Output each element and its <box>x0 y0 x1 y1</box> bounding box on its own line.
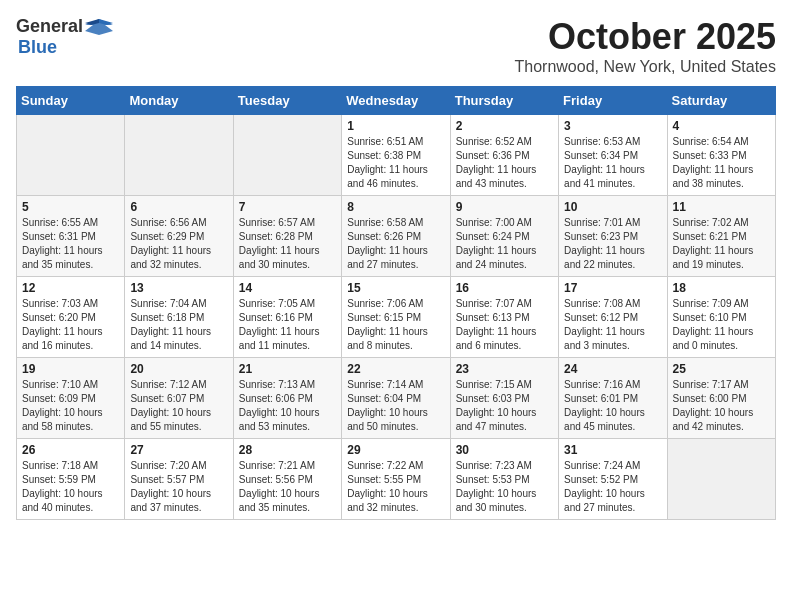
day-number: 29 <box>347 443 444 457</box>
calendar-cell <box>17 115 125 196</box>
days-header-row: SundayMondayTuesdayWednesdayThursdayFrid… <box>17 87 776 115</box>
week-row-5: 26Sunrise: 7:18 AM Sunset: 5:59 PM Dayli… <box>17 439 776 520</box>
calendar-cell: 5Sunrise: 6:55 AM Sunset: 6:31 PM Daylig… <box>17 196 125 277</box>
week-row-1: 1Sunrise: 6:51 AM Sunset: 6:38 PM Daylig… <box>17 115 776 196</box>
day-number: 2 <box>456 119 553 133</box>
day-number: 5 <box>22 200 119 214</box>
calendar-cell: 9Sunrise: 7:00 AM Sunset: 6:24 PM Daylig… <box>450 196 558 277</box>
day-info: Sunrise: 7:03 AM Sunset: 6:20 PM Dayligh… <box>22 297 119 353</box>
calendar-cell <box>233 115 341 196</box>
day-number: 18 <box>673 281 770 295</box>
day-number: 16 <box>456 281 553 295</box>
day-number: 6 <box>130 200 227 214</box>
calendar-cell: 15Sunrise: 7:06 AM Sunset: 6:15 PM Dayli… <box>342 277 450 358</box>
week-row-4: 19Sunrise: 7:10 AM Sunset: 6:09 PM Dayli… <box>17 358 776 439</box>
calendar-cell: 13Sunrise: 7:04 AM Sunset: 6:18 PM Dayli… <box>125 277 233 358</box>
day-info: Sunrise: 7:09 AM Sunset: 6:10 PM Dayligh… <box>673 297 770 353</box>
calendar-cell: 19Sunrise: 7:10 AM Sunset: 6:09 PM Dayli… <box>17 358 125 439</box>
calendar-cell: 30Sunrise: 7:23 AM Sunset: 5:53 PM Dayli… <box>450 439 558 520</box>
calendar-cell: 12Sunrise: 7:03 AM Sunset: 6:20 PM Dayli… <box>17 277 125 358</box>
day-number: 14 <box>239 281 336 295</box>
calendar-cell: 23Sunrise: 7:15 AM Sunset: 6:03 PM Dayli… <box>450 358 558 439</box>
logo-bird-icon <box>85 17 113 37</box>
calendar-cell: 26Sunrise: 7:18 AM Sunset: 5:59 PM Dayli… <box>17 439 125 520</box>
day-header-friday: Friday <box>559 87 667 115</box>
day-header-monday: Monday <box>125 87 233 115</box>
calendar-cell: 25Sunrise: 7:17 AM Sunset: 6:00 PM Dayli… <box>667 358 775 439</box>
day-number: 30 <box>456 443 553 457</box>
calendar-cell: 28Sunrise: 7:21 AM Sunset: 5:56 PM Dayli… <box>233 439 341 520</box>
logo-blue-text: Blue <box>18 37 57 58</box>
calendar-cell <box>667 439 775 520</box>
day-info: Sunrise: 7:01 AM Sunset: 6:23 PM Dayligh… <box>564 216 661 272</box>
calendar-cell: 16Sunrise: 7:07 AM Sunset: 6:13 PM Dayli… <box>450 277 558 358</box>
day-number: 11 <box>673 200 770 214</box>
day-number: 21 <box>239 362 336 376</box>
calendar-table: SundayMondayTuesdayWednesdayThursdayFrid… <box>16 86 776 520</box>
day-info: Sunrise: 6:52 AM Sunset: 6:36 PM Dayligh… <box>456 135 553 191</box>
title-section: October 2025 Thornwood, New York, United… <box>515 16 776 76</box>
day-number: 22 <box>347 362 444 376</box>
day-number: 12 <box>22 281 119 295</box>
day-info: Sunrise: 6:53 AM Sunset: 6:34 PM Dayligh… <box>564 135 661 191</box>
calendar-cell: 8Sunrise: 6:58 AM Sunset: 6:26 PM Daylig… <box>342 196 450 277</box>
day-number: 25 <box>673 362 770 376</box>
calendar-cell: 1Sunrise: 6:51 AM Sunset: 6:38 PM Daylig… <box>342 115 450 196</box>
day-number: 1 <box>347 119 444 133</box>
day-info: Sunrise: 7:02 AM Sunset: 6:21 PM Dayligh… <box>673 216 770 272</box>
calendar-cell: 4Sunrise: 6:54 AM Sunset: 6:33 PM Daylig… <box>667 115 775 196</box>
day-info: Sunrise: 7:08 AM Sunset: 6:12 PM Dayligh… <box>564 297 661 353</box>
calendar-cell: 22Sunrise: 7:14 AM Sunset: 6:04 PM Dayli… <box>342 358 450 439</box>
calendar-cell: 6Sunrise: 6:56 AM Sunset: 6:29 PM Daylig… <box>125 196 233 277</box>
calendar-cell <box>125 115 233 196</box>
calendar-cell: 2Sunrise: 6:52 AM Sunset: 6:36 PM Daylig… <box>450 115 558 196</box>
day-info: Sunrise: 6:51 AM Sunset: 6:38 PM Dayligh… <box>347 135 444 191</box>
day-number: 28 <box>239 443 336 457</box>
day-number: 23 <box>456 362 553 376</box>
calendar-cell: 31Sunrise: 7:24 AM Sunset: 5:52 PM Dayli… <box>559 439 667 520</box>
calendar-cell: 18Sunrise: 7:09 AM Sunset: 6:10 PM Dayli… <box>667 277 775 358</box>
logo-general-text: General <box>16 16 83 37</box>
day-info: Sunrise: 7:18 AM Sunset: 5:59 PM Dayligh… <box>22 459 119 515</box>
day-number: 31 <box>564 443 661 457</box>
calendar-cell: 3Sunrise: 6:53 AM Sunset: 6:34 PM Daylig… <box>559 115 667 196</box>
day-info: Sunrise: 6:55 AM Sunset: 6:31 PM Dayligh… <box>22 216 119 272</box>
day-number: 15 <box>347 281 444 295</box>
day-number: 4 <box>673 119 770 133</box>
day-number: 24 <box>564 362 661 376</box>
day-header-sunday: Sunday <box>17 87 125 115</box>
day-number: 13 <box>130 281 227 295</box>
header: General Blue October 2025 Thornwood, New… <box>16 16 776 76</box>
day-info: Sunrise: 7:13 AM Sunset: 6:06 PM Dayligh… <box>239 378 336 434</box>
calendar-cell: 7Sunrise: 6:57 AM Sunset: 6:28 PM Daylig… <box>233 196 341 277</box>
day-number: 3 <box>564 119 661 133</box>
day-info: Sunrise: 7:22 AM Sunset: 5:55 PM Dayligh… <box>347 459 444 515</box>
calendar-cell: 27Sunrise: 7:20 AM Sunset: 5:57 PM Dayli… <box>125 439 233 520</box>
day-info: Sunrise: 7:14 AM Sunset: 6:04 PM Dayligh… <box>347 378 444 434</box>
day-info: Sunrise: 7:10 AM Sunset: 6:09 PM Dayligh… <box>22 378 119 434</box>
calendar-cell: 24Sunrise: 7:16 AM Sunset: 6:01 PM Dayli… <box>559 358 667 439</box>
day-info: Sunrise: 7:23 AM Sunset: 5:53 PM Dayligh… <box>456 459 553 515</box>
day-number: 10 <box>564 200 661 214</box>
day-info: Sunrise: 6:54 AM Sunset: 6:33 PM Dayligh… <box>673 135 770 191</box>
day-number: 19 <box>22 362 119 376</box>
day-info: Sunrise: 6:58 AM Sunset: 6:26 PM Dayligh… <box>347 216 444 272</box>
day-info: Sunrise: 6:56 AM Sunset: 6:29 PM Dayligh… <box>130 216 227 272</box>
calendar-cell: 14Sunrise: 7:05 AM Sunset: 6:16 PM Dayli… <box>233 277 341 358</box>
week-row-3: 12Sunrise: 7:03 AM Sunset: 6:20 PM Dayli… <box>17 277 776 358</box>
calendar-cell: 21Sunrise: 7:13 AM Sunset: 6:06 PM Dayli… <box>233 358 341 439</box>
day-info: Sunrise: 7:05 AM Sunset: 6:16 PM Dayligh… <box>239 297 336 353</box>
day-info: Sunrise: 7:20 AM Sunset: 5:57 PM Dayligh… <box>130 459 227 515</box>
day-header-saturday: Saturday <box>667 87 775 115</box>
calendar-cell: 10Sunrise: 7:01 AM Sunset: 6:23 PM Dayli… <box>559 196 667 277</box>
day-number: 9 <box>456 200 553 214</box>
day-header-thursday: Thursday <box>450 87 558 115</box>
day-number: 8 <box>347 200 444 214</box>
day-header-tuesday: Tuesday <box>233 87 341 115</box>
calendar-cell: 29Sunrise: 7:22 AM Sunset: 5:55 PM Dayli… <box>342 439 450 520</box>
calendar-cell: 17Sunrise: 7:08 AM Sunset: 6:12 PM Dayli… <box>559 277 667 358</box>
day-info: Sunrise: 7:06 AM Sunset: 6:15 PM Dayligh… <box>347 297 444 353</box>
day-info: Sunrise: 7:12 AM Sunset: 6:07 PM Dayligh… <box>130 378 227 434</box>
calendar-cell: 11Sunrise: 7:02 AM Sunset: 6:21 PM Dayli… <box>667 196 775 277</box>
calendar-subtitle: Thornwood, New York, United States <box>515 58 776 76</box>
